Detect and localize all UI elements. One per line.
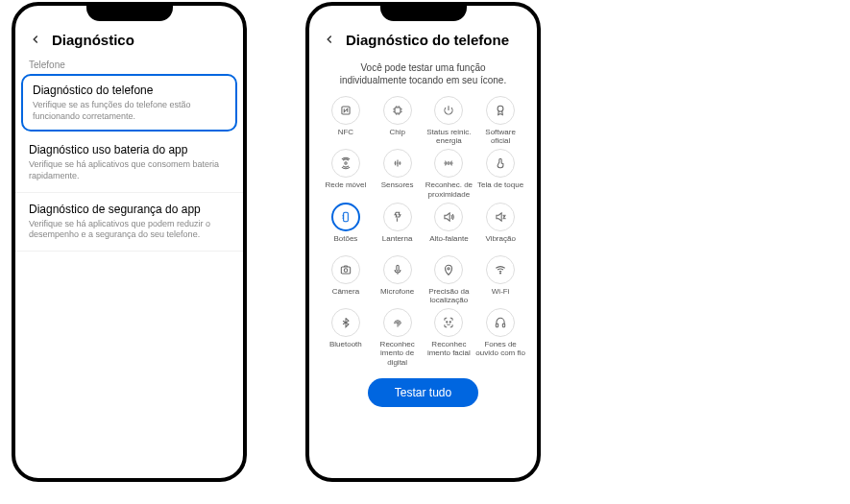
back-icon[interactable] [27,31,44,48]
diag-speaker[interactable]: Alto-falante [425,203,474,252]
cell-label: Reconhec. de proximidade [425,180,474,198]
svg-rect-5 [344,212,349,221]
mic-icon [383,255,412,284]
touch-icon [486,149,515,178]
item-title: Diagnóstico uso bateria do app [29,143,230,156]
notch [86,6,173,21]
phone-diagnostics-menu: Diagnóstico Telefone Diagnóstico do tele… [12,2,247,482]
item-security-diagnostics[interactable]: Diagnóstico de segurança do app Verifiqu… [15,193,243,252]
diag-flash[interactable]: Lanterna [373,203,423,252]
svg-point-7 [344,269,348,273]
cell-label: Vibração [485,234,515,252]
cell-label: Câmera [332,287,359,304]
header: Diagnóstico [15,23,243,54]
finger-icon [383,308,412,337]
sensors-icon [383,149,412,178]
svg-point-9 [448,267,449,269]
buttons-icon [331,203,360,231]
page-title: Diagnóstico do telefone [346,32,509,48]
cell-label: Chip [389,128,404,145]
header: Diagnóstico do telefone [309,23,537,54]
diag-headphones[interactable]: Fones de ouvido com fio [475,308,525,367]
signal-icon [331,149,360,178]
camera-icon [331,255,360,284]
item-phone-diagnostics[interactable]: Diagnóstico do telefone Verifique se as … [21,74,237,132]
cell-label: Microfone [380,287,414,304]
location-icon [434,255,463,284]
item-title: Diagnóstico do telefone [33,84,226,97]
badge-icon [486,96,515,125]
svg-point-3 [345,162,347,164]
phone-diagnostics-grid: Diagnóstico do telefone Você pode testar… [305,2,541,482]
diag-touch[interactable]: Tela de toque [475,149,525,198]
cell-label: Wi-Fi [492,287,510,304]
svg-point-2 [498,106,503,111]
power-icon [434,96,463,125]
diag-vibrate[interactable]: Vibração [475,203,525,252]
cell-label: Precisão da localização [425,287,474,304]
diag-finger[interactable]: Reconhec imento de digital [373,308,423,367]
diag-signal[interactable]: Rede móvel [321,149,371,198]
nfc-icon [331,96,360,125]
face-icon [434,308,463,337]
item-subtitle: Verifique se há aplicativos que podem re… [29,219,230,241]
diag-badge[interactable]: Software oficial [475,96,525,145]
item-title: Diagnóstico de segurança do app [29,203,230,216]
cell-label: Bluetooth [329,340,362,357]
item-subtitle: Verifique se há aplicativos que consomem… [29,159,230,181]
notch [380,6,467,21]
diag-bt[interactable]: Bluetooth [321,308,371,367]
diag-prox[interactable]: Reconhec. de proximidade [425,149,474,198]
diag-buttons[interactable]: Botões [321,203,371,252]
cell-label: Status reinic. energia [425,128,474,145]
cell-label: Fones de ouvido com fio [475,340,525,357]
chip-icon [383,96,412,125]
item-battery-diagnostics[interactable]: Diagnóstico uso bateria do app Verifique… [15,133,243,192]
svg-rect-1 [395,108,401,113]
flash-icon [383,203,412,231]
section-label: Telefone [15,54,243,72]
wifi-icon [486,255,515,284]
cell-label: Lanterna [382,234,413,252]
headphones-icon [486,308,515,337]
back-icon[interactable] [321,31,338,48]
diag-mic[interactable]: Microfone [373,255,423,304]
bt-icon [331,308,360,337]
cell-label: Alto-falante [429,234,468,252]
prox-icon [434,149,463,178]
diag-camera[interactable]: Câmera [321,255,371,304]
item-subtitle: Verifique se as funções do telefone estã… [33,100,226,122]
svg-point-12 [450,322,451,323]
svg-rect-8 [396,265,398,271]
cell-label: Tela de toque [477,180,523,198]
diag-nfc[interactable]: NFC [321,96,371,145]
cell-label: Reconhec imento facial [425,340,474,357]
speaker-icon [434,203,463,231]
vibrate-icon [486,203,515,231]
page-title: Diagnóstico [52,32,134,48]
diag-power[interactable]: Status reinic. energia [425,96,474,145]
test-all-button[interactable]: Testar tudo [368,378,478,407]
diagnostics-grid: NFCChipStatus reinic. energiaSoftware of… [309,96,537,367]
svg-rect-14 [502,324,504,327]
cell-label: Botões [333,234,357,252]
svg-rect-13 [496,324,498,327]
diag-chip[interactable]: Chip [373,96,423,145]
diag-location[interactable]: Precisão da localização [425,255,474,304]
cell-label: Software oficial [475,128,525,145]
diag-wifi[interactable]: Wi-Fi [475,255,525,304]
cell-label: Reconhec imento de digital [373,340,423,367]
cell-label: NFC [338,128,353,145]
svg-rect-6 [341,267,350,274]
diag-sensors[interactable]: Sensores [373,149,423,198]
svg-point-10 [500,273,501,274]
cell-label: Sensores [381,180,414,198]
cell-label: Rede móvel [326,180,367,198]
svg-point-4 [448,162,449,164]
intro-text: Você pode testar uma função individualme… [309,54,537,96]
svg-point-11 [447,322,448,323]
diag-face[interactable]: Reconhec imento facial [425,308,474,367]
